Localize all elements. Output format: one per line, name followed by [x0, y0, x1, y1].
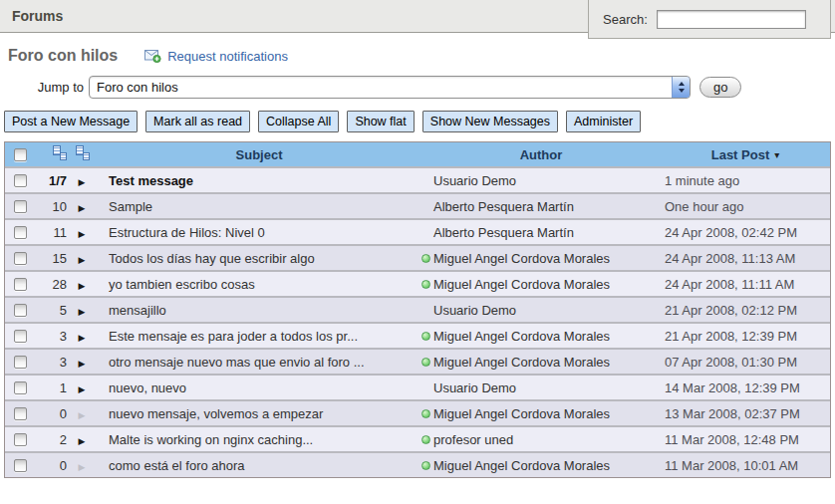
- thread-row: 0 ▶ nuevo mensaje, volvemos a empezar Mi…: [5, 399, 830, 425]
- thread-row: 3 ▶ Este mensaje es para joder a todos l…: [5, 322, 830, 348]
- toolbar-button[interactable]: Show flat: [347, 111, 414, 132]
- last-post-time: 13 Mar 2008, 02:37 PM: [661, 406, 830, 421]
- last-post-time: 24 Apr 2008, 11:13 AM: [661, 251, 830, 266]
- author-column-header[interactable]: Author: [421, 147, 661, 162]
- last-post-column-header[interactable]: Last Post ▾: [661, 147, 830, 162]
- thread-row: 28 ▶ yo tambien escribo cosas Miguel Ang…: [5, 270, 830, 296]
- thread-author: Alberto Pesquera Martín: [421, 199, 661, 214]
- expand-thread-icon[interactable]: ▶: [79, 359, 86, 369]
- thread-author: Usuario Demo: [421, 173, 661, 188]
- forum-select-value: Foro con hilos: [90, 80, 672, 95]
- message-count: 2: [35, 432, 67, 447]
- go-button[interactable]: go: [699, 77, 741, 98]
- thread-subject[interactable]: otro mensaje nuevo mas que envio al foro…: [97, 355, 421, 370]
- request-notifications-link[interactable]: Request notifications: [144, 49, 288, 64]
- forum-title: Foro con hilos: [8, 47, 118, 65]
- thread-checkbox[interactable]: [14, 407, 27, 420]
- thread-author: Miguel Angel Cordova Morales: [421, 355, 661, 370]
- thread-checkbox[interactable]: [14, 459, 27, 472]
- message-count: 0: [35, 406, 67, 421]
- expand-thread-icon[interactable]: ▶: [79, 333, 86, 343]
- thread-checkbox[interactable]: [14, 200, 27, 213]
- thread-rows: 1/7 ▶ Test message Usuario Demo 1 minute…: [5, 166, 830, 477]
- sort-total-messages-icon[interactable]: [75, 145, 90, 160]
- thread-row: 1/7 ▶ Test message Usuario Demo 1 minute…: [5, 166, 830, 192]
- thread-author: Usuario Demo: [421, 303, 661, 318]
- expand-thread-icon[interactable]: ▶: [79, 307, 86, 317]
- expand-thread-icon[interactable]: ▶: [79, 203, 86, 213]
- thread-subject[interactable]: Todos los días hay que escribir algo: [97, 251, 421, 266]
- expand-thread-icon[interactable]: ▶: [79, 281, 86, 291]
- online-status-icon: [421, 254, 430, 263]
- thread-author: profesor uned: [421, 432, 661, 447]
- author-name: Miguel Angel Cordova Morales: [433, 329, 610, 344]
- toolbar-button[interactable]: Administer: [566, 111, 641, 132]
- thread-checkbox[interactable]: [14, 433, 27, 446]
- sort-new-messages-icon[interactable]: [52, 145, 67, 160]
- message-count: 15: [35, 251, 67, 266]
- thread-row: 3 ▶ otro mensaje nuevo mas que envio al …: [5, 348, 830, 374]
- author-name: Usuario Demo: [433, 380, 516, 395]
- thread-checkbox[interactable]: [14, 174, 27, 187]
- forum-toolbar: Post a New Message Mark all as read Coll…: [4, 111, 831, 132]
- request-notifications-label: Request notifications: [167, 49, 288, 64]
- author-name: Alberto Pesquera Martín: [433, 225, 574, 240]
- toolbar-button[interactable]: Show New Messages: [422, 111, 558, 132]
- thread-author: Usuario Demo: [421, 380, 661, 395]
- expand-thread-icon[interactable]: ▶: [79, 384, 86, 394]
- online-status-icon: [421, 332, 430, 341]
- thread-author: Miguel Angel Cordova Morales: [421, 277, 661, 292]
- online-status-icon: [421, 409, 430, 418]
- thread-checkbox[interactable]: [14, 278, 27, 291]
- thread-row: 5 ▶ mensajillo Usuario Demo 21 Apr 2008,…: [5, 296, 830, 322]
- thread-subject[interactable]: Este mensaje es para joder a todos los p…: [97, 329, 421, 344]
- last-post-time: One hour ago: [661, 199, 830, 214]
- search-input[interactable]: [657, 10, 806, 29]
- message-count: 10: [35, 199, 67, 214]
- online-status-icon: [421, 358, 430, 367]
- expand-thread-icon[interactable]: ▶: [79, 436, 86, 446]
- author-name: Miguel Angel Cordova Morales: [433, 406, 610, 421]
- thread-row: 11 ▶ Estructura de Hilos: Nivel 0 Albert…: [5, 218, 830, 244]
- toolbar-button[interactable]: Post a New Message: [4, 111, 138, 132]
- search-panel: Search:: [588, 0, 831, 39]
- thread-row: 0 ▶ como está el foro ahora Miguel Angel…: [5, 451, 830, 477]
- thread-checkbox[interactable]: [14, 381, 27, 394]
- threads-table: Subject Author Last Post ▾ 1/7 ▶ Test me…: [4, 141, 831, 478]
- last-post-time: 21 Apr 2008, 02:12 PM: [661, 303, 830, 318]
- thread-checkbox[interactable]: [14, 252, 27, 265]
- last-post-time: 24 Apr 2008, 11:11 AM: [661, 277, 830, 292]
- subject-column-header[interactable]: Subject: [97, 147, 421, 162]
- sort-desc-icon: ▾: [774, 149, 779, 160]
- thread-author: Miguel Angel Cordova Morales: [421, 251, 661, 266]
- thread-author: Miguel Angel Cordova Morales: [421, 458, 661, 473]
- forum-select[interactable]: Foro con hilos: [89, 76, 691, 99]
- thread-author: Miguel Angel Cordova Morales: [421, 406, 661, 421]
- thread-checkbox[interactable]: [14, 226, 27, 239]
- expand-thread-icon[interactable]: ▶: [79, 462, 86, 472]
- thread-checkbox[interactable]: [14, 356, 27, 369]
- thread-subject[interactable]: nuevo, nuevo: [97, 380, 421, 395]
- thread-checkbox[interactable]: [14, 304, 27, 317]
- thread-subject[interactable]: Sample: [97, 199, 421, 214]
- thread-subject[interactable]: Estructura de Hilos: Nivel 0: [97, 225, 421, 240]
- thread-subject[interactable]: yo tambien escribo cosas: [97, 277, 421, 292]
- last-post-time: 14 Mar 2008, 12:39 PM: [661, 380, 830, 395]
- thread-subject[interactable]: Malte is working on nginx caching...: [97, 432, 421, 447]
- thread-checkbox[interactable]: [14, 330, 27, 343]
- expand-thread-icon[interactable]: ▶: [79, 229, 86, 239]
- expand-thread-icon[interactable]: ▶: [79, 410, 86, 420]
- thread-subject[interactable]: mensajillo: [97, 303, 421, 318]
- expand-thread-icon[interactable]: ▶: [79, 255, 86, 265]
- select-all-checkbox[interactable]: [14, 148, 27, 161]
- message-count: 5: [35, 303, 67, 318]
- thread-subject[interactable]: Test message: [97, 173, 421, 188]
- message-count: 1: [35, 380, 67, 395]
- thread-subject[interactable]: como está el foro ahora: [97, 458, 421, 473]
- toolbar-button[interactable]: Mark all as read: [145, 111, 250, 132]
- toolbar-button[interactable]: Collapse All: [258, 111, 339, 132]
- table-header-row: Subject Author Last Post ▾: [5, 142, 830, 166]
- expand-thread-icon[interactable]: ▶: [79, 177, 86, 187]
- thread-subject[interactable]: nuevo mensaje, volvemos a empezar: [97, 406, 421, 421]
- message-count: 3: [35, 329, 67, 344]
